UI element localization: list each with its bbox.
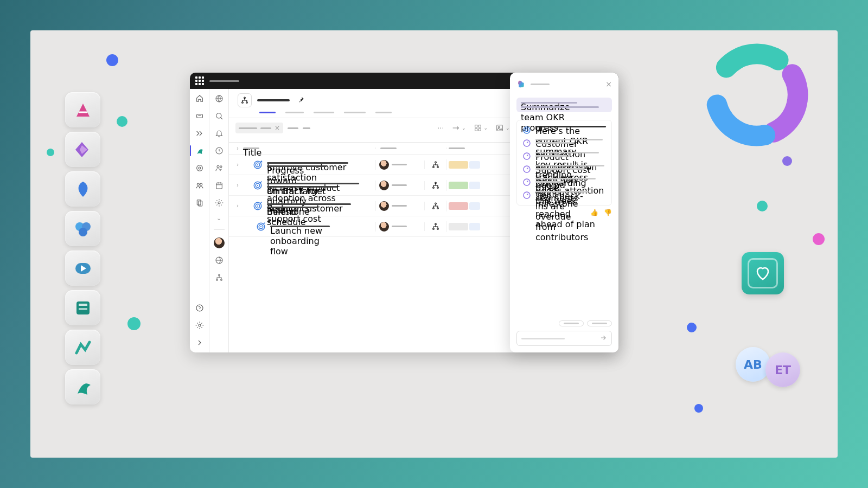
owner-avatar[interactable] <box>379 181 389 190</box>
tool-more-icon[interactable]: ⋯ <box>437 124 444 132</box>
dock-app-powerapps[interactable] <box>65 132 100 167</box>
owner-name <box>392 205 407 207</box>
tab-okrs[interactable] <box>259 112 276 113</box>
deco-dot <box>757 201 768 211</box>
secondary-nav: ⌄ <box>209 89 229 352</box>
tab-dashboards[interactable] <box>344 112 366 113</box>
deco-dot <box>117 116 127 127</box>
svg-rect-9 <box>79 308 87 310</box>
status-yellow[interactable] <box>449 161 468 169</box>
tool-expand-icon[interactable]: ⌄ <box>451 124 466 132</box>
hierarchy-icon[interactable] <box>431 181 440 190</box>
target-icon <box>256 222 266 232</box>
col-header-title[interactable]: Title <box>243 147 259 149</box>
nav-home[interactable] <box>194 93 205 104</box>
dock-app-vivaengage[interactable] <box>65 171 100 207</box>
secnav-more[interactable]: ⌄ <box>216 215 221 222</box>
target-icon <box>253 181 263 190</box>
copilot-title: Copilot <box>531 84 550 85</box>
svg-rect-15 <box>197 200 201 205</box>
owner-avatar[interactable] <box>379 222 389 232</box>
owner-avatar[interactable] <box>379 160 389 170</box>
svg-point-25 <box>218 202 220 204</box>
hierarchy-icon[interactable] <box>431 222 440 231</box>
copilot-input[interactable] <box>516 331 612 346</box>
nav-files[interactable] <box>194 197 205 208</box>
dock-app-planner[interactable] <box>65 330 100 365</box>
row-detail: Behind schedule <box>267 207 318 208</box>
workspace-icon[interactable] <box>238 93 252 107</box>
deco-dot <box>127 317 141 330</box>
secnav-teams[interactable] <box>214 163 225 174</box>
owner-avatar[interactable] <box>379 201 389 211</box>
dock-app-clipchamp[interactable] <box>65 251 100 286</box>
svg-point-50 <box>432 187 434 188</box>
toolbar-label <box>288 127 298 129</box>
nav-feed[interactable] <box>194 111 205 121</box>
chevron-right-icon[interactable]: › <box>237 203 239 209</box>
primary-nav <box>190 89 209 352</box>
hierarchy-icon[interactable] <box>431 160 440 169</box>
chevron-right-icon[interactable]: › <box>237 162 239 168</box>
nav-pulse[interactable] <box>194 145 205 156</box>
svg-rect-8 <box>79 304 87 306</box>
deco-dot <box>687 323 697 332</box>
tab-projects[interactable] <box>314 112 334 113</box>
nav-projects[interactable] <box>194 163 205 174</box>
status-green[interactable] <box>449 182 468 189</box>
tab-settings[interactable] <box>375 112 392 113</box>
thumbs-up-icon[interactable]: 👍 <box>590 209 598 216</box>
hierarchy-icon[interactable] <box>431 202 440 210</box>
pin-icon[interactable] <box>297 95 305 106</box>
filter-remove-icon[interactable]: × <box>275 124 280 132</box>
status-red[interactable] <box>449 202 468 210</box>
copilot-suggestion-chip[interactable]: Draft <box>587 320 612 326</box>
svg-rect-10 <box>196 114 202 118</box>
dock-app-lists[interactable] <box>65 290 100 325</box>
secnav-notifications[interactable] <box>214 128 225 139</box>
nav-help[interactable] <box>194 303 205 313</box>
nav-settings[interactable] <box>194 320 205 331</box>
heart-tile <box>742 252 784 294</box>
secnav-globe[interactable] <box>214 255 225 266</box>
target-icon <box>253 201 263 211</box>
owner-name <box>392 226 407 227</box>
secnav-hierarchy[interactable] <box>214 272 225 283</box>
dock-app-vivainsights[interactable] <box>65 211 100 246</box>
thumbs-down-icon[interactable]: 👎 <box>604 209 612 216</box>
send-icon[interactable] <box>599 333 607 344</box>
tool-image-icon[interactable]: ⌄ <box>495 124 510 132</box>
gauge-icon <box>522 152 531 160</box>
nav-goals[interactable] <box>194 128 205 139</box>
nav-expand[interactable] <box>194 337 205 348</box>
copilot-panel: Copilot × Summarize team OKR progress He… <box>510 73 618 352</box>
tool-grid-icon[interactable]: ⌄ <box>474 124 488 132</box>
tab-updates[interactable] <box>285 112 304 113</box>
svg-point-13 <box>197 183 199 185</box>
svg-point-18 <box>199 324 201 326</box>
nav-people[interactable] <box>194 180 205 191</box>
dock-app-access[interactable] <box>65 92 100 127</box>
row-detail: Progress toward annual target <box>267 165 327 167</box>
gauge-icon <box>522 191 531 200</box>
app-launcher-icon[interactable] <box>195 76 204 85</box>
filter-chip[interactable]: × <box>235 123 283 133</box>
close-icon[interactable]: × <box>605 80 612 88</box>
copilot-suggestion-chip[interactable]: Explain <box>559 320 584 326</box>
row-title: Improve customer satisfaction <box>267 162 348 164</box>
secnav-activity[interactable] <box>214 145 225 156</box>
status-gray[interactable] <box>449 223 468 230</box>
secnav-avatar[interactable] <box>214 237 225 248</box>
svg-point-5 <box>79 228 87 236</box>
col-header-owner[interactable] <box>380 147 397 149</box>
chevron-right-icon[interactable]: › <box>237 182 239 188</box>
dock-app-vivagoals[interactable] <box>65 369 100 404</box>
secnav-settings[interactable] <box>214 197 225 208</box>
secnav-search[interactable] <box>214 111 225 121</box>
col-header-status[interactable] <box>449 147 465 149</box>
svg-rect-16 <box>199 201 202 206</box>
secnav-org[interactable] <box>214 93 225 104</box>
secnav-calendar[interactable] <box>214 180 225 191</box>
expand-all-icon[interactable]: › <box>237 145 239 151</box>
app-dock <box>65 92 101 404</box>
